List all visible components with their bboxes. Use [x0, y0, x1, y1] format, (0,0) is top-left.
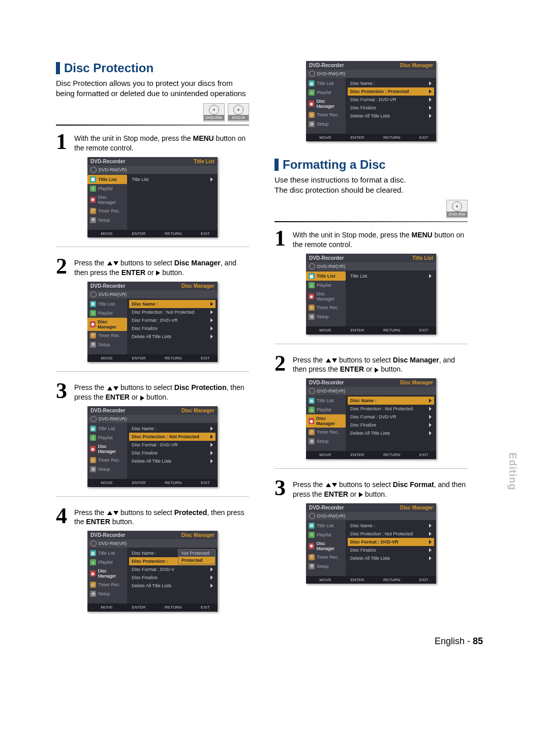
exit-hint: EXIT — [195, 231, 210, 236]
osd-screenshot: DVD-RecorderDisc Manager DVD-RW(VR) ▦Tit… — [87, 282, 218, 362]
osd-screenshot: DVD-RecorderDisc Manager DVD-RW(VR) ▦Tit… — [87, 531, 218, 611]
divider — [56, 496, 249, 497]
disc-icon-dvd-rw: DVD-RW — [203, 103, 225, 122]
step-text: Press the buttons to select Protected, t… — [74, 506, 249, 527]
divider — [56, 371, 249, 372]
left-column: Disc Protection Disc Protection allows y… — [56, 61, 249, 616]
divider — [274, 344, 468, 344]
osd-screenshot: DVD-RecorderTitle List DVD-RW(VR) ▦Title… — [87, 157, 218, 237]
enter-hint: ENTER — [126, 231, 145, 236]
section-title-formatting: Formatting a Disc — [274, 158, 468, 172]
section-title-disc-protection: Disc Protection — [56, 61, 249, 75]
step-number: 2 — [56, 256, 74, 277]
divider — [274, 221, 468, 222]
step-text: Press the buttons to select Disc Format,… — [293, 478, 468, 499]
protection-popup: Not Protected Protected — [178, 549, 216, 564]
divider — [56, 247, 249, 247]
step-3: 3 Press the buttons to select Disc Prote… — [56, 381, 249, 402]
divider — [274, 468, 468, 469]
step-text: Press the buttons to select Disc Protect… — [74, 381, 249, 402]
step-number: 1 — [274, 228, 293, 249]
step-text: Press the buttons to select Disc Manager… — [293, 353, 468, 375]
step-2: 2 Press the buttons to select Disc Manag… — [274, 353, 468, 375]
osd-screenshot: DVD-RecorderDisc Manager DVD-RW(VR) ▦Tit… — [306, 378, 436, 459]
move-hint: MOVE — [95, 231, 113, 236]
disc-icons: DVD-RW — [274, 200, 468, 218]
disc-icons: DVD-RW DVD-R — [56, 103, 249, 122]
disc-icon-dvd-rw: DVD-RW — [446, 200, 468, 218]
page-footer: English - 85 — [56, 636, 493, 647]
step-number: 1 — [56, 132, 74, 152]
step-1: 1 With the unit in Stop mode, press the … — [56, 132, 249, 153]
step-number: 2 — [274, 353, 293, 374]
right-column: DVD-RecorderDisc Manager DVD-RW(VR) ▦Tit… — [274, 61, 468, 616]
step-number: 3 — [56, 381, 74, 401]
intro-formatting: Use these instructions to format a disc.… — [274, 175, 468, 195]
step-text: With the unit in Stop mode, press the ME… — [74, 132, 249, 153]
step-text: With the unit in Stop mode, press the ME… — [293, 228, 468, 250]
disc-icon-dvd-r: DVD-R — [228, 103, 249, 122]
step-4: 4 Press the buttons to select Protected,… — [56, 506, 249, 527]
popup-option-selected: Protected — [178, 557, 215, 564]
section-tab-editing: Editing — [507, 452, 518, 491]
step-2: 2 Press the buttons to select Disc Manag… — [56, 256, 249, 278]
osd-screenshot: DVD-RecorderDisc Manager DVD-RW(VR) ▦Tit… — [306, 503, 436, 584]
osd-screenshot: DVD-RecorderTitle List DVD-RW(VR) ▦Title… — [306, 254, 436, 334]
step-number: 3 — [274, 478, 293, 498]
step-1: 1 With the unit in Stop mode, press the … — [274, 228, 468, 250]
step-3: 3 Press the buttons to select Disc Forma… — [274, 478, 468, 499]
osd-screenshot: DVD-RecorderDisc Manager DVD-RW(VR) ▦Tit… — [87, 406, 218, 487]
osd-screenshot: DVD-RecorderDisc Manager DVD-RW(VR) ▦Tit… — [306, 61, 436, 141]
step-text: Press the buttons to select Disc Manager… — [74, 256, 249, 278]
divider — [56, 125, 249, 126]
popup-option: Not Protected — [178, 550, 215, 557]
step-number: 4 — [56, 506, 74, 526]
intro-disc-protection: Disc Protection allows you to protect yo… — [56, 78, 249, 98]
return-hint: RETURN — [159, 231, 181, 236]
